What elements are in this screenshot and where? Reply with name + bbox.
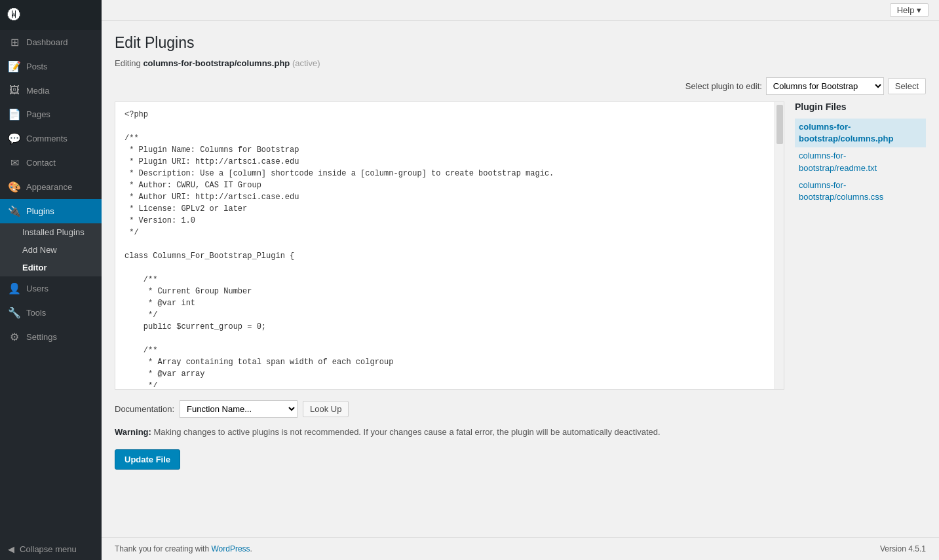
dashboard-icon: ⊞ [8,36,21,48]
sidebar-item-plugins[interactable]: 🔌 Plugins [0,199,102,223]
help-button[interactable]: Help ▾ [890,3,929,17]
scrollbar-track [775,102,784,389]
editing-line: Editing columns-for-bootstrap/columns.ph… [115,58,926,68]
wp-logo-icon: 🅦 [8,8,21,23]
pages-icon: 📄 [8,108,21,121]
media-icon: 🖼 [8,84,21,96]
version-label: Version 4.5.1 [880,544,926,553]
sidebar-item-label: Settings [26,332,57,342]
sidebar-item-label: Posts [26,62,48,71]
plugin-selector-label: Select plugin to edit: [685,81,762,91]
editor-area: Plugin Files columns-for-bootstrap/colum… [115,102,926,390]
doc-label: Documentation: [115,404,174,414]
sidebar-item-label: Pages [26,109,50,119]
sidebar-logo: 🅦 [0,0,102,30]
select-plugin-button[interactable]: Select [888,78,926,94]
collapse-menu-button[interactable]: ◀ Collapse menu [0,538,102,560]
tools-icon: 🔧 [8,307,21,319]
sidebar-item-media[interactable]: 🖼 Media [0,79,102,102]
sidebar-item-appearance[interactable]: 🎨 Appearance [0,175,102,199]
code-editor[interactable] [115,102,784,387]
editing-status: (active) [292,58,320,68]
documentation-row: Documentation: Function Name... Look Up [115,400,926,418]
warning-label: Warning: [115,427,151,437]
plugin-file-link-columns-php[interactable]: columns-for-bootstrap/columns.php [795,119,926,147]
posts-icon: 📝 [8,60,21,73]
plugins-icon: 🔌 [8,205,21,217]
sidebar-submenu-installed[interactable]: Installed Plugins [0,223,102,241]
settings-icon: ⚙ [8,331,21,343]
lookup-button[interactable]: Look Up [303,401,349,417]
sidebar-item-label: Plugins [26,206,54,216]
sidebar-item-users[interactable]: 👤 Users [0,276,102,301]
collapse-label: Collapse menu [20,544,77,554]
appearance-icon: 🎨 [8,181,21,193]
contact-icon: ✉ [8,157,21,169]
main-content: Help ▾ Edit Plugins Editing columns-for-… [102,0,939,560]
sidebar-item-pages[interactable]: 📄 Pages [0,102,102,126]
plugin-files-panel: Plugin Files columns-for-bootstrap/colum… [795,102,926,390]
code-editor-wrapper [115,102,784,390]
sidebar-submenu-addnew[interactable]: Add New [0,241,102,259]
scrollbar-thumb[interactable] [776,105,783,144]
sidebar: 🅦 ⊞ Dashboard 📝 Posts 🖼 Media 📄 Pages 💬 … [0,0,102,560]
topbar: Help ▾ [102,0,939,21]
sidebar-item-dashboard[interactable]: ⊞ Dashboard [0,30,102,54]
plugins-submenu: Installed Plugins Add New Editor [0,223,102,276]
sidebar-submenu-editor[interactable]: Editor [0,259,102,276]
editing-file: columns-for-bootstrap/columns.php [143,58,290,68]
footer: Thank you for creating with WordPress. V… [102,537,939,560]
comments-icon: 💬 [8,132,21,145]
sidebar-item-posts[interactable]: 📝 Posts [0,54,102,79]
plugin-selector-bar: Select plugin to edit: Columns for Boots… [115,77,926,95]
sidebar-item-settings[interactable]: ⚙ Settings [0,325,102,349]
content-area: Edit Plugins Editing columns-for-bootstr… [102,21,939,537]
page-title: Edit Plugins [115,34,926,52]
users-icon: 👤 [8,282,21,295]
warning-message: Making changes to active plugins is not … [153,427,660,437]
footer-thank-you: Thank you for creating with WordPress. [115,544,252,553]
collapse-icon: ◀ [8,544,14,554]
sidebar-item-label: Dashboard [26,37,68,47]
sidebar-item-label: Tools [26,308,46,318]
sidebar-item-label: Comments [26,134,67,143]
sidebar-item-comments[interactable]: 💬 Comments [0,126,102,151]
sidebar-item-label: Contact [26,158,56,168]
wordpress-link[interactable]: WordPress [211,544,250,553]
plugin-file-link-css[interactable]: columns-for-bootstrap/columns.css [795,177,926,206]
doc-function-select[interactable]: Function Name... [180,400,297,418]
sidebar-item-label: Media [26,86,49,96]
sidebar-item-contact[interactable]: ✉ Contact [0,151,102,175]
sidebar-item-label: Appearance [26,182,72,192]
editing-prefix: Editing [115,58,141,68]
plugin-selector-dropdown[interactable]: Columns for Bootstrap [766,77,884,95]
plugin-file-link-readme[interactable]: columns-for-bootstrap/readme.txt [795,147,926,176]
plugin-files-title: Plugin Files [795,102,926,112]
warning-text: Warning: Making changes to active plugin… [115,426,926,439]
sidebar-item-label: Users [26,284,48,293]
update-file-button[interactable]: Update File [115,449,180,470]
sidebar-item-tools[interactable]: 🔧 Tools [0,301,102,325]
